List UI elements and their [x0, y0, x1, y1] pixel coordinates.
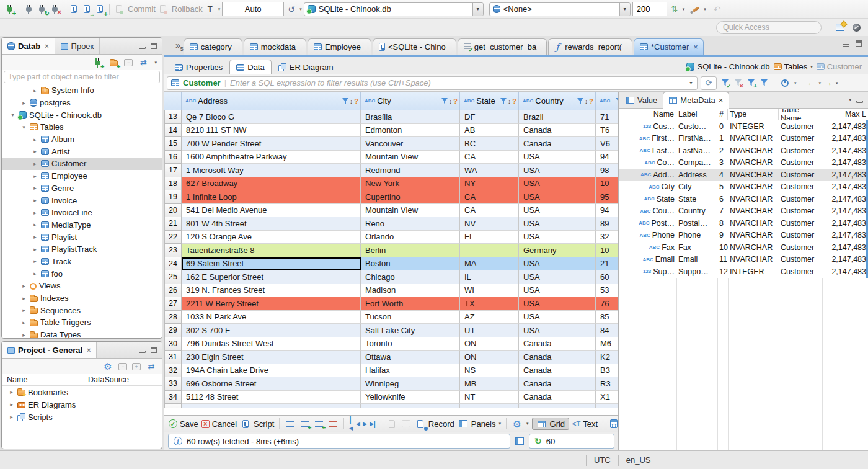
cell-postalcode[interactable]: K2 — [596, 351, 618, 364]
schema-combo-dropdown-icon[interactable]: ▼ — [619, 3, 630, 16]
expand-all-icon[interactable]: + — [132, 363, 141, 370]
metadata-row[interactable]: ABCCo… Compa… 3 NVARCHAR Customer 2,147,… — [619, 157, 868, 169]
cell-city[interactable]: Madison — [361, 284, 460, 298]
connect-icon[interactable] — [23, 4, 34, 14]
row-number-cell[interactable]: 14 — [164, 124, 182, 138]
breadcrumb-connection[interactable]: SQLite - Chinook.db — [686, 62, 769, 71]
cell-city[interactable]: Boston — [361, 257, 460, 271]
cell-city[interactable]: Berlin — [361, 244, 460, 257]
cell-city[interactable]: Redmond — [361, 164, 460, 177]
gear-icon[interactable]: ⚙ — [512, 419, 523, 429]
row-number-cell[interactable]: 19 — [164, 190, 182, 204]
close-icon[interactable]: × — [719, 96, 724, 105]
cell-state[interactable]: UT — [460, 324, 519, 337]
expand-arrow-icon[interactable]: ▾ — [20, 124, 27, 130]
cell-city[interactable]: Mountain View — [361, 151, 460, 164]
project-tree-item[interactable]: ▸ Bookmarks — [2, 386, 162, 398]
gear-dropdown-icon[interactable]: ▾ — [526, 421, 529, 426]
first-page-icon[interactable]: |◂ — [349, 415, 353, 432]
cell-country[interactable]: USA — [519, 151, 596, 164]
cell-country[interactable]: Canada — [519, 351, 596, 364]
cell-postalcode[interactable]: 84 — [596, 324, 618, 337]
cell-city[interactable]: Halifax — [361, 364, 460, 378]
sort-icon[interactable]: ↕ — [350, 97, 353, 105]
paint-switch-dropdown-icon[interactable]: ▾ — [704, 7, 706, 12]
cell-city[interactable]: Yellowknife — [361, 391, 460, 404]
tree-item[interactable]: ▸ Invoice — [2, 194, 162, 207]
cell-city[interactable]: Toronto — [361, 337, 460, 351]
breadcrumb-tables[interactable]: Tables▾ — [774, 62, 813, 71]
metadata-row[interactable]: ABCFax Fax 10 NVARCHAR Customer 2,147,48… — [619, 241, 868, 254]
minimize-icon[interactable] — [139, 351, 146, 353]
new-sql-script-icon[interactable] — [94, 4, 105, 14]
view-menu-icon[interactable]: ▾ — [154, 60, 157, 65]
cell-state[interactable]: AB — [460, 124, 519, 138]
row-number-cell[interactable]: 24 — [164, 257, 182, 271]
sync-connection-dropdown-icon[interactable]: ▾ — [683, 7, 685, 12]
cell-postalcode[interactable]: T6 — [596, 124, 618, 138]
column-header[interactable]: ABC Country ↕ ? — [519, 92, 596, 110]
maximize-icon[interactable] — [151, 347, 157, 353]
expand-arrow-icon[interactable]: ▸ — [32, 136, 38, 143]
cell-state[interactable]: IL — [460, 270, 519, 284]
cell-address[interactable]: 230 Elgin Street — [182, 351, 361, 364]
tab-overflow-indicator[interactable]: »5 — [175, 40, 184, 52]
cell-country[interactable]: Canada — [519, 137, 596, 151]
cell-state[interactable]: TX — [460, 297, 519, 311]
cell-city[interactable]: Chicago — [361, 270, 460, 284]
object-filter-input[interactable] — [4, 71, 160, 83]
refresh-status-box[interactable]: ↻ 60 — [529, 434, 614, 449]
column-header-maxlength[interactable]: Max L — [822, 109, 868, 120]
row-number-cell[interactable]: 29 — [164, 324, 182, 337]
cell-postalcode[interactable]: 76 — [596, 297, 618, 311]
cell-city[interactable]: Orlando — [361, 231, 460, 244]
row-number-header[interactable] — [164, 92, 182, 110]
cell-country[interactable]: USA — [519, 311, 596, 324]
cell-postalcode[interactable]: 94 — [596, 151, 618, 164]
undo-navigation-icon[interactable]: ↶ — [712, 4, 723, 14]
column-header[interactable]: ABC City ↕ ? — [361, 92, 460, 110]
cell-postalcode[interactable]: 32 — [596, 231, 618, 244]
minimize-icon[interactable] — [139, 47, 146, 49]
last-page-icon[interactable]: ▸| — [370, 419, 375, 428]
cell-postalcode[interactable]: 71 — [596, 110, 618, 124]
minimize-icon[interactable] — [856, 100, 863, 103]
navigate-back-icon[interactable]: ← — [807, 78, 815, 87]
metadata-row[interactable]: ABCFirst… FirstNa… 1 NVARCHAR Customer 2… — [619, 133, 868, 145]
duplicate-row-icon[interactable] — [313, 419, 324, 429]
cell-address[interactable]: Qe 7 Bloco G — [182, 110, 361, 124]
column-header-label[interactable]: Label — [676, 109, 717, 120]
cell-country[interactable]: USA — [519, 190, 596, 204]
tree-item[interactable]: ▸ foo — [2, 267, 162, 280]
new-folder-icon[interactable] — [108, 58, 119, 68]
expand-arrow-icon[interactable]: ▸ — [32, 210, 38, 216]
cell-postalcode[interactable]: B3 — [596, 364, 618, 378]
connection-history-dropdown-icon[interactable]: ▾ — [299, 7, 302, 12]
link-editor-icon[interactable]: ⇄ — [138, 58, 149, 68]
tree-item[interactable]: ▸ Data Types — [2, 329, 162, 338]
new-connection-icon[interactable] — [92, 58, 103, 68]
expand-arrow-icon[interactable]: ▸ — [20, 295, 27, 302]
cell-postalcode[interactable]: 21 — [596, 257, 618, 271]
row-number-cell[interactable]: 20 — [164, 204, 182, 218]
tab-project-general[interactable]: Project - General × — [2, 342, 97, 358]
sort-icon[interactable]: ↕ — [449, 97, 453, 105]
row-number-cell[interactable]: 30 — [164, 337, 182, 351]
row-number-cell[interactable]: 18 — [164, 177, 182, 191]
cell-address[interactable]: 627 Broadway — [182, 177, 361, 191]
tree-item[interactable]: ▸ MediaType — [2, 219, 162, 231]
connection-combo[interactable]: SQLite - Chinook.db ▼ — [304, 2, 484, 16]
link-editor-icon[interactable]: ⇄ — [146, 362, 157, 372]
tab-projects[interactable]: Проек — [55, 38, 100, 54]
cell-postalcode[interactable]: 89 — [596, 217, 618, 231]
tree-item[interactable]: ▾ SQLite - Chinook.db — [2, 109, 162, 121]
breadcrumb-table[interactable]: Customer — [817, 62, 862, 71]
tree-item[interactable]: ▸ Sequences — [2, 304, 162, 316]
navigate-back-dropdown-icon[interactable]: ▾ — [819, 81, 822, 86]
expand-arrow-icon[interactable]: ▸ — [32, 258, 38, 264]
commit-label[interactable]: Commit — [128, 4, 156, 14]
execution-time-icon[interactable] — [779, 78, 790, 88]
panels-dropdown-icon[interactable]: ▾ — [499, 421, 502, 426]
cell-state[interactable]: MA — [460, 257, 519, 271]
cell-country[interactable]: USA — [519, 217, 596, 231]
